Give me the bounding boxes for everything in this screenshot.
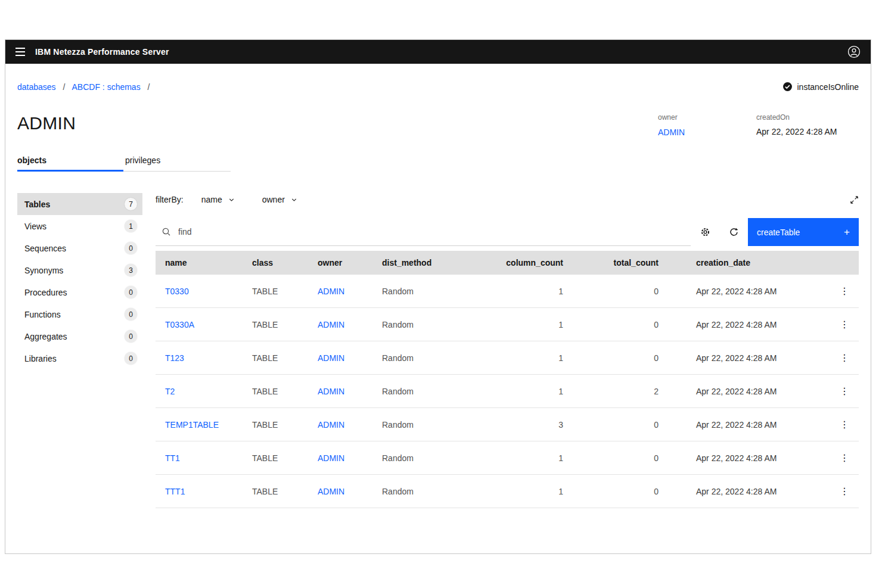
row-overflow-menu-icon[interactable] bbox=[835, 382, 854, 401]
column-header-column-count[interactable]: column_count bbox=[501, 258, 567, 267]
sidebar-item-label: Procedures bbox=[24, 288, 125, 297]
app-window: IBM Netezza Performance Server databases… bbox=[5, 39, 871, 554]
cell-dist-method: Random bbox=[382, 320, 501, 329]
breadcrumb-link-schemas[interactable]: ABCDF : schemas bbox=[72, 82, 141, 92]
sidebar-item-synonyms[interactable]: Synonyms 3 bbox=[17, 259, 142, 281]
filter-dropdown-name-value: name bbox=[201, 195, 222, 204]
count-badge: 0 bbox=[125, 242, 137, 254]
cell-total-count: 0 bbox=[567, 353, 662, 363]
tab-objects[interactable]: objects bbox=[17, 155, 123, 172]
filter-dropdown-owner[interactable]: owner bbox=[262, 195, 297, 204]
sidebar-item-views[interactable]: Views 1 bbox=[17, 215, 142, 237]
cell-column-count: 1 bbox=[501, 453, 567, 463]
column-header-owner[interactable]: owner bbox=[318, 258, 382, 267]
table-name-link[interactable]: T2 bbox=[165, 387, 175, 396]
column-header-creation-date[interactable]: creation_date bbox=[662, 258, 830, 267]
cell-creation-date: Apr 22, 2022 4:28 AM bbox=[662, 420, 830, 430]
cell-creation-date: Apr 22, 2022 4:28 AM bbox=[662, 320, 830, 329]
expand-icon[interactable] bbox=[842, 193, 859, 206]
top-bar-right bbox=[846, 43, 862, 60]
chevron-down-icon bbox=[228, 197, 235, 203]
table-name-link[interactable]: TEMP1TABLE bbox=[165, 420, 219, 430]
owner-link[interactable]: ADMIN bbox=[318, 353, 344, 363]
status-label: instanceIsOnline bbox=[797, 82, 859, 92]
row-overflow-menu-icon[interactable] bbox=[835, 482, 854, 501]
column-header-dist-method[interactable]: dist_method bbox=[382, 258, 501, 267]
owner-link[interactable]: ADMIN bbox=[318, 420, 344, 430]
count-badge: 3 bbox=[125, 264, 137, 276]
title-row: ADMIN owner ADMIN createdOn Apr 22, 2022… bbox=[17, 113, 859, 138]
filter-dropdown-name[interactable]: name bbox=[201, 195, 235, 204]
filter-by-label: filterBy: bbox=[156, 195, 184, 204]
column-header-class[interactable]: class bbox=[252, 258, 318, 267]
menu-icon[interactable] bbox=[5, 40, 35, 64]
table-name-link[interactable]: TT1 bbox=[165, 453, 180, 463]
table-name-link[interactable]: T0330 bbox=[165, 287, 189, 296]
cell-total-count: 0 bbox=[567, 320, 662, 329]
table-toolbar: createTable + bbox=[156, 218, 859, 246]
breadcrumb-separator: / bbox=[148, 82, 150, 92]
settings-button[interactable] bbox=[691, 218, 719, 246]
cell-dist-method: Random bbox=[382, 353, 501, 363]
column-header-name[interactable]: name bbox=[165, 258, 252, 267]
expand-arrows-glyph bbox=[850, 195, 859, 204]
create-table-button[interactable]: createTable + bbox=[748, 218, 859, 246]
owner-meta: owner ADMIN bbox=[658, 113, 712, 138]
row-overflow-menu-icon[interactable] bbox=[835, 315, 854, 334]
table-name-link[interactable]: T123 bbox=[165, 353, 184, 363]
owner-link[interactable]: ADMIN bbox=[318, 453, 344, 463]
plus-icon: + bbox=[844, 226, 850, 238]
row-overflow-menu-icon[interactable] bbox=[835, 349, 854, 368]
cell-creation-date: Apr 22, 2022 4:28 AM bbox=[662, 287, 830, 296]
table-row: T2 TABLE ADMIN Random 1 2 Apr 22, 2022 4… bbox=[156, 375, 859, 408]
breadcrumb-separator: / bbox=[63, 82, 66, 92]
table-row: TTT1 TABLE ADMIN Random 1 0 Apr 22, 2022… bbox=[156, 475, 859, 508]
cell-dist-method: Random bbox=[382, 420, 501, 430]
page-content: databases / ABCDF : schemas / instanceIs… bbox=[5, 82, 871, 526]
app-title: IBM Netezza Performance Server bbox=[35, 47, 169, 57]
search-box[interactable] bbox=[156, 218, 691, 246]
cell-column-count: 1 bbox=[501, 387, 567, 396]
refresh-button[interactable] bbox=[719, 218, 748, 246]
table-row: TEMP1TABLE TABLE ADMIN Random 3 0 Apr 22… bbox=[156, 408, 859, 441]
tab-privileges-label: privileges bbox=[125, 155, 160, 165]
sidebar-item-procedures[interactable]: Procedures 0 bbox=[17, 281, 142, 303]
sidebar-item-libraries[interactable]: Libraries 0 bbox=[17, 347, 142, 369]
created-on-label: createdOn bbox=[756, 113, 858, 122]
row-overflow-menu-icon[interactable] bbox=[835, 415, 854, 434]
cell-total-count: 0 bbox=[567, 453, 662, 463]
sidebar-item-sequences[interactable]: Sequences 0 bbox=[17, 237, 142, 259]
owner-value-link[interactable]: ADMIN bbox=[658, 127, 685, 137]
cell-total-count: 0 bbox=[567, 487, 662, 496]
refresh-icon bbox=[729, 227, 739, 237]
table-header-row: name class owner dist_method column_coun… bbox=[156, 251, 859, 275]
tab-privileges[interactable]: privileges bbox=[123, 155, 231, 172]
sidebar-item-label: Libraries bbox=[24, 354, 125, 363]
create-table-label: createTable bbox=[757, 228, 800, 237]
count-badge: 1 bbox=[125, 220, 137, 232]
table-name-link[interactable]: T0330A bbox=[165, 320, 194, 329]
owner-link[interactable]: ADMIN bbox=[318, 320, 344, 329]
user-avatar-icon[interactable] bbox=[846, 43, 862, 60]
user-avatar-glyph bbox=[847, 45, 861, 58]
cell-creation-date: Apr 22, 2022 4:28 AM bbox=[662, 353, 830, 363]
status-indicator: instanceIsOnline bbox=[782, 82, 859, 92]
breadcrumb-link-databases[interactable]: databases bbox=[17, 82, 56, 92]
owner-link[interactable]: ADMIN bbox=[318, 387, 344, 396]
column-header-total-count[interactable]: total_count bbox=[567, 258, 662, 267]
table-name-link[interactable]: TTT1 bbox=[165, 487, 185, 496]
sidebar-item-tables[interactable]: Tables 7 bbox=[17, 193, 142, 215]
row-overflow-menu-icon[interactable] bbox=[835, 449, 854, 468]
cell-class: TABLE bbox=[252, 487, 318, 496]
table-row: TT1 TABLE ADMIN Random 1 0 Apr 22, 2022 … bbox=[156, 441, 859, 475]
sidebar-item-functions[interactable]: Functions 0 bbox=[17, 303, 142, 325]
row-overflow-menu-icon[interactable] bbox=[835, 282, 854, 301]
main-panel: filterBy: name owner bbox=[156, 193, 859, 508]
owner-link[interactable]: ADMIN bbox=[318, 487, 344, 496]
sidebar-item-aggregates[interactable]: Aggregates 0 bbox=[17, 325, 142, 347]
cell-class: TABLE bbox=[252, 353, 318, 363]
search-input[interactable] bbox=[178, 227, 685, 237]
table-row: T0330 TABLE ADMIN Random 1 0 Apr 22, 202… bbox=[156, 275, 859, 308]
count-badge: 0 bbox=[125, 286, 137, 298]
owner-link[interactable]: ADMIN bbox=[318, 287, 344, 296]
